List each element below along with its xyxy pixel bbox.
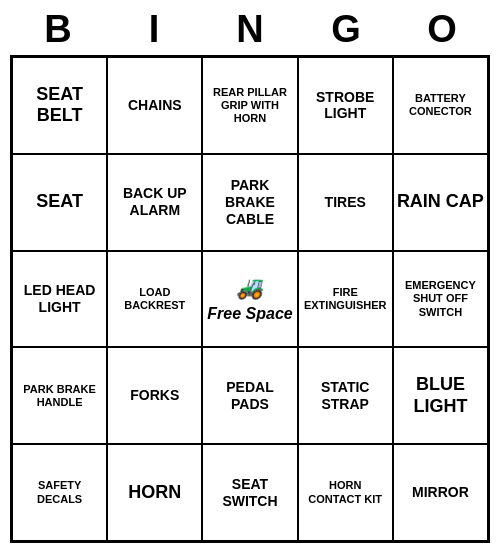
bingo-cell-20[interactable]: SAFETY DECALS	[12, 444, 107, 541]
bingo-cell-14[interactable]: EMERGENCY SHUT OFF SWITCH	[393, 251, 488, 348]
header-letter: G	[302, 8, 390, 51]
bingo-cell-2[interactable]: REAR PILLAR GRIP WITH HORN	[202, 57, 297, 154]
header-letter: B	[14, 8, 102, 51]
bingo-cell-0[interactable]: SEAT BELT	[12, 57, 107, 154]
bingo-header: BINGO	[10, 0, 490, 55]
header-letter: N	[206, 8, 294, 51]
bingo-grid: SEAT BELTCHAINSREAR PILLAR GRIP WITH HOR…	[10, 55, 490, 543]
bingo-cell-5[interactable]: SEAT	[12, 154, 107, 251]
bingo-cell-4[interactable]: BATTERY CONECTOR	[393, 57, 488, 154]
bingo-cell-21[interactable]: HORN	[107, 444, 202, 541]
bingo-cell-7[interactable]: PARK BRAKE CABLE	[202, 154, 297, 251]
bingo-cell-8[interactable]: TIRES	[298, 154, 393, 251]
bingo-cell-13[interactable]: FIRE EXTINGUISHER	[298, 251, 393, 348]
bingo-cell-23[interactable]: HORN CONTACT KIT	[298, 444, 393, 541]
bingo-cell-3[interactable]: STROBE LIGHT	[298, 57, 393, 154]
bingo-cell-15[interactable]: PARK BRAKE HANDLE	[12, 347, 107, 444]
bingo-cell-18[interactable]: STATIC STRAP	[298, 347, 393, 444]
bingo-cell-6[interactable]: BACK UP ALARM	[107, 154, 202, 251]
bingo-cell-12[interactable]: 🚜Free Space	[202, 251, 297, 348]
header-letter: O	[398, 8, 486, 51]
bingo-cell-16[interactable]: FORKS	[107, 347, 202, 444]
header-letter: I	[110, 8, 198, 51]
bingo-cell-10[interactable]: LED HEAD LIGHT	[12, 251, 107, 348]
bingo-cell-9[interactable]: RAIN CAP	[393, 154, 488, 251]
bingo-cell-11[interactable]: LOAD BACKREST	[107, 251, 202, 348]
bingo-cell-19[interactable]: BLUE LIGHT	[393, 347, 488, 444]
bingo-cell-1[interactable]: CHAINS	[107, 57, 202, 154]
bingo-cell-24[interactable]: MIRROR	[393, 444, 488, 541]
bingo-cell-22[interactable]: SEAT SWITCH	[202, 444, 297, 541]
bingo-cell-17[interactable]: PEDAL PADS	[202, 347, 297, 444]
